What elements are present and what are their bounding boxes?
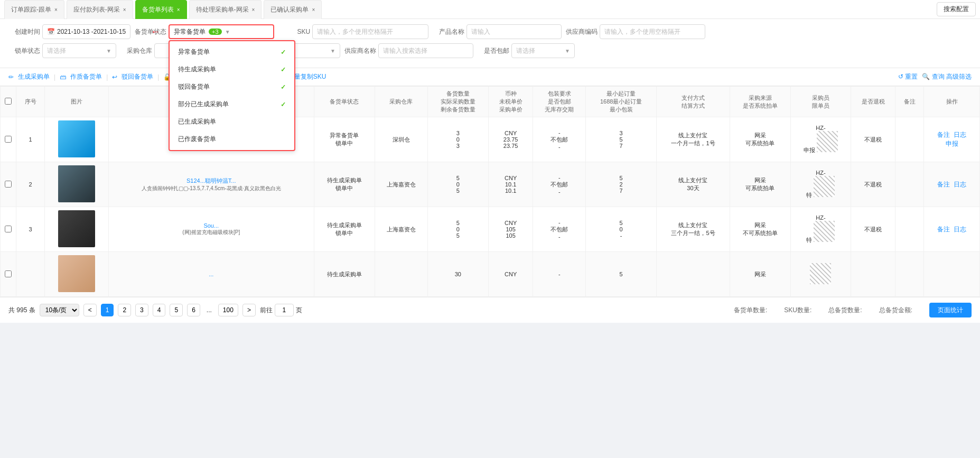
header-status: 备货单状态 — [314, 87, 375, 117]
supplier-name-input[interactable] — [378, 43, 473, 58]
row1-seq: 1 — [16, 117, 45, 162]
advanced-filter-label: 高级筛选 — [946, 73, 972, 80]
row4-qr-code — [810, 263, 831, 284]
row3-qty: 505 — [427, 207, 488, 252]
tab-pending-purchase[interactable]: 待处理采购单-网采 × — [189, 0, 262, 19]
data-table-wrapper: 序号 图片 sku产品名称 备货单状态 采购仓库 备货数量实际采购数量剩余备货数… — [0, 86, 980, 297]
header-seq: 序号 — [16, 87, 45, 117]
page-total-btn[interactable]: 页面统计 — [929, 303, 972, 317]
status-group: 备货单状态 异常备货单 +3 ▼ 异常备货单 ✓ 待生成采购单 ✓ — [135, 24, 274, 39]
search-config-button[interactable]: 搜索配置 — [937, 2, 976, 16]
table-row: 1 1UC...（ebay,亚马...新零·宝云） 异常备货单锁单中 深圳仓 3… — [1, 117, 980, 162]
create-time-input[interactable]: 📅 2021-10-13 -2021-10-15 — [42, 24, 130, 39]
dropdown-item-generated-label: 已生成采购单 — [178, 117, 216, 126]
row3-check[interactable] — [5, 226, 12, 232]
row4-seq — [16, 252, 45, 297]
reject-btn[interactable]: 驳回备货单 — [122, 72, 153, 81]
row2-checkbox[interactable] — [1, 162, 16, 207]
row1-check[interactable] — [5, 136, 12, 143]
prev-page-btn[interactable]: < — [83, 304, 97, 316]
lock-status-label: 锁单状态 — [8, 46, 40, 55]
supplier-code-input[interactable] — [600, 24, 705, 39]
free-shipping-chevron: ▼ — [565, 48, 570, 54]
product-name-input[interactable] — [466, 24, 562, 39]
row2-source: 网采可系统拍单 — [730, 162, 790, 207]
row4-check[interactable] — [5, 270, 12, 277]
dropdown-item-partial[interactable]: 部分已生成采购单 ✓ — [170, 96, 294, 113]
total-amount-label: 总备货金额: — [879, 306, 912, 315]
row1-remark-btn[interactable]: 备注 — [937, 131, 950, 138]
page-size-select[interactable]: 10条/页 20条/页 50条/页 — [40, 304, 79, 316]
tab-order-tracking[interactable]: 订单跟踪-跟单 × — [4, 0, 64, 19]
row1-source: 网采可系统拍单 — [730, 117, 790, 162]
tab-order-tracking-close[interactable]: × — [54, 7, 58, 13]
row2-remark-btn[interactable]: 备注 — [937, 181, 950, 188]
page-6-btn[interactable]: 6 — [187, 304, 200, 316]
row2-log-btn[interactable]: 日志 — [954, 181, 966, 188]
pack-req-chevron: ▼ — [330, 48, 335, 54]
row2-currency: CNY10.110.1 — [488, 162, 533, 207]
status-dropdown-trigger[interactable]: 异常备货单 +3 ▼ — [169, 24, 274, 39]
supplier-code-group: 供应商编码 — [566, 24, 705, 39]
tab-confirmed-purchase[interactable]: 已确认采购单 × — [264, 0, 322, 19]
query-btn[interactable]: 🔍 查询 高级筛选 — [922, 72, 972, 81]
row4-warehouse — [375, 252, 427, 297]
row2-pack: -不包邮- — [533, 162, 586, 207]
dropdown-item-obsolete[interactable]: 已作废备货单 ✓ — [170, 130, 294, 148]
row2-qty: 505 — [427, 162, 488, 207]
row2-sku-link[interactable]: S124...聪明钟温T... — [186, 177, 236, 184]
row1-log-btn[interactable]: 日志 — [954, 131, 966, 138]
row1-apply-btn[interactable]: 申报 — [946, 140, 958, 147]
row4-status: 待生成采购单 — [314, 252, 375, 297]
next-page-btn[interactable]: > — [242, 304, 256, 316]
tab-confirmed-purchase-close[interactable]: × — [312, 7, 315, 13]
tab-payable-close[interactable]: × — [123, 7, 126, 13]
row4-sku-link[interactable]: ... — [209, 271, 213, 277]
tab-payable[interactable]: 应付款列表-网采 × — [67, 0, 133, 19]
page-3-btn[interactable]: 3 — [135, 304, 148, 316]
lock-status-select[interactable]: 请选择 ▼ — [42, 43, 116, 58]
supplier-name-group: 供应商名称 — [344, 43, 473, 58]
dropdown-item-rejected[interactable]: 驳回备货单 ✓ — [170, 78, 294, 96]
header-remark: 备注 — [895, 87, 924, 117]
lock-status-group: 锁单状态 请选择 ▼ — [8, 43, 116, 58]
page-jump-input[interactable] — [275, 304, 294, 316]
create-time-group: 创建时间 📅 2021-10-13 -2021-10-15 — [8, 24, 130, 39]
row4-tax — [851, 252, 895, 297]
sku-input[interactable] — [312, 24, 428, 39]
row1-buyer: HZ-申报 — [791, 117, 851, 162]
row3-log-btn[interactable]: 日志 — [954, 226, 966, 233]
row3-checkbox[interactable] — [1, 207, 16, 252]
dropdown-item-abnormal[interactable]: 异常备货单 ✓ — [170, 43, 294, 61]
row4-checkbox[interactable] — [1, 252, 16, 297]
page-1-btn[interactable]: 1 — [101, 304, 114, 316]
header-payment: 支付方式结算方式 — [657, 87, 730, 117]
dropdown-item-pending[interactable]: 待生成采购单 ✓ — [170, 61, 294, 78]
table-row: 2 S124...聪明钟温T... 人贪插闹钟钟扎▢▢-13.5,7.7,4.5… — [1, 162, 980, 207]
generate-purchase-btn[interactable]: 生成采购单 — [18, 72, 50, 81]
free-shipping-select[interactable]: 请选择 ▼ — [511, 43, 575, 58]
row3-sku-link[interactable]: Sou... — [203, 222, 219, 229]
reset-btn[interactable]: ↺ 重置 — [898, 72, 918, 81]
page-4-btn[interactable]: 4 — [153, 304, 166, 316]
page-100-btn[interactable]: 100 — [218, 304, 238, 316]
row1-pack: -不包邮- — [533, 117, 586, 162]
row3-remark — [895, 207, 924, 252]
dropdown-item-generated[interactable]: 已生成采购单 ✓ — [170, 113, 294, 130]
row3-remark-btn[interactable]: 备注 — [937, 226, 950, 233]
filter-row-2: 锁单状态 请选择 ▼ 采购仓库 ▼ 包装要求 请选择 ▼ 供应商名称 — [8, 43, 972, 58]
tab-stock-list[interactable]: 备货单列表 × — [135, 0, 187, 19]
row4-buyer — [791, 252, 851, 297]
row3-pack: -不包邮- — [533, 207, 586, 252]
row2-check[interactable] — [5, 181, 12, 188]
select-all-checkbox[interactable] — [5, 98, 12, 105]
table-header-row: 序号 图片 sku产品名称 备货单状态 采购仓库 备货数量实际采购数量剩余备货数… — [1, 87, 980, 117]
tab-stock-list-close[interactable]: × — [177, 7, 180, 13]
tab-pending-purchase-close[interactable]: × — [252, 7, 255, 13]
table-row: ... 待生成采购单 30 CNY - 5 网采 — [1, 252, 980, 297]
set-quality-btn[interactable]: 作质备货单 — [70, 72, 102, 81]
page-2-btn[interactable]: 2 — [118, 304, 131, 316]
page-5-btn[interactable]: 5 — [170, 304, 183, 316]
row1-checkbox[interactable] — [1, 117, 16, 162]
search-icon: 🔍 — [922, 73, 930, 80]
